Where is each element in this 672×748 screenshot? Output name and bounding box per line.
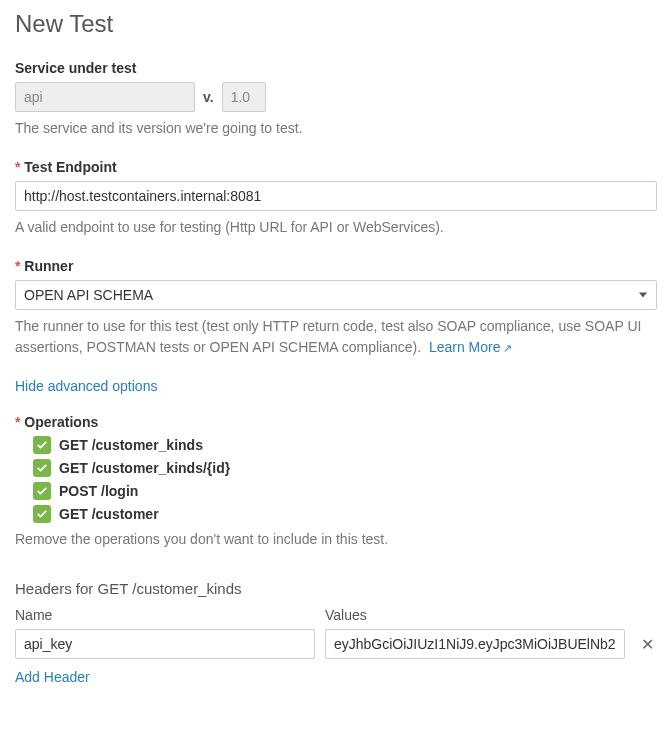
operation-checkbox[interactable] [33, 436, 51, 454]
endpoint-help-text: A valid endpoint to use for testing (Htt… [15, 217, 657, 238]
operation-label: POST /login [59, 483, 138, 499]
operation-row: POST /login [33, 482, 657, 500]
headers-title: Headers for GET /customer_kinds [15, 580, 657, 597]
service-name-input [15, 82, 195, 112]
learn-more-link[interactable]: Learn More↗ [429, 339, 512, 355]
operation-label: GET /customer [59, 506, 159, 522]
service-under-test-block: Service under test v. The service and it… [15, 60, 657, 139]
version-prefix-label: v. [203, 89, 214, 105]
headers-values-column: Values [325, 607, 625, 623]
operation-row: GET /customer_kinds/{id} [33, 459, 657, 477]
headers-section: Headers for GET /customer_kinds Name Val… [15, 580, 657, 685]
service-label: Service under test [15, 60, 657, 76]
toggle-advanced-link[interactable]: Hide advanced options [15, 378, 157, 394]
operations-block: Operations GET /customer_kindsGET /custo… [15, 414, 657, 550]
operation-row: GET /customer [33, 505, 657, 523]
runner-label: Runner [15, 258, 657, 274]
remove-header-icon[interactable]: ✕ [635, 635, 659, 654]
page-title: New Test [15, 10, 657, 38]
service-help-text: The service and its version we're going … [15, 118, 657, 139]
operations-help-text: Remove the operations you don't want to … [15, 529, 657, 550]
operations-label: Operations [15, 414, 657, 430]
service-version-input [222, 82, 266, 112]
runner-help-text: The runner to use for this test (test on… [15, 316, 657, 358]
runner-select[interactable]: OPEN API SCHEMA [15, 280, 657, 310]
operation-label: GET /customer_kinds/{id} [59, 460, 230, 476]
operation-checkbox[interactable] [33, 459, 51, 477]
test-endpoint-block: Test Endpoint A valid endpoint to use fo… [15, 159, 657, 238]
header-name-input[interactable] [15, 629, 315, 659]
operation-checkbox[interactable] [33, 505, 51, 523]
operation-checkbox[interactable] [33, 482, 51, 500]
add-header-link[interactable]: Add Header [15, 669, 90, 685]
operation-label: GET /customer_kinds [59, 437, 203, 453]
endpoint-label: Test Endpoint [15, 159, 657, 175]
headers-name-column: Name [15, 607, 315, 623]
runner-block: Runner OPEN API SCHEMA The runner to use… [15, 258, 657, 358]
endpoint-input[interactable] [15, 181, 657, 211]
external-link-icon: ↗ [503, 342, 512, 354]
header-value-input[interactable] [325, 629, 625, 659]
operation-row: GET /customer_kinds [33, 436, 657, 454]
